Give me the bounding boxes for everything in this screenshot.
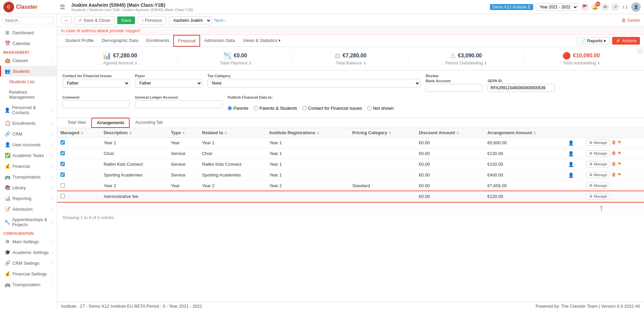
flag-row-button[interactable]: ⚑ [617,161,622,166]
delete-row-button[interactable]: 🗑 [611,161,616,166]
managed-checkbox[interactable] [60,162,65,166]
hamburger-icon[interactable]: ☰ [60,3,65,11]
sidebar-item-academic-settings[interactable]: 🎓 Academic Settings › [0,247,57,258]
manage-button[interactable]: ⚙ Manage [586,193,610,200]
tab-student-profile[interactable]: Student Profile [61,35,98,46]
manage-button[interactable]: ⚙ Manage [586,140,610,146]
sidebar-item-transportation[interactable]: 🚌 Transportation › [0,171,57,182]
transportation-icon: 🚌 [4,174,10,179]
radio-parents-input[interactable] [228,106,232,110]
sub-tab-arrangements[interactable]: Arrangements [91,118,129,128]
radio-parents[interactable]: Parents [228,106,248,111]
related-cell: Year 2 [199,180,266,191]
managed-checkbox[interactable] [60,172,65,177]
flag-row-button[interactable]: ⚑ [617,151,622,156]
outstanding-label: Total outstanding ℹ [528,60,635,65]
sidebar-item-dashboard[interactable]: ⊞ Dashboard [0,27,57,38]
payer-select[interactable]: Father [135,79,202,88]
save-close-button[interactable]: ✓ Save & Close [74,16,114,24]
manage-button[interactable]: ⚙ Manage [586,183,610,189]
col-related: Related to ⇅ [199,128,266,138]
manage-button[interactable]: ⚙ Manage [586,150,610,157]
next-button[interactable]: Next › [214,18,226,23]
student-name-select[interactable]: Aasheim Joakim [169,16,212,24]
outstanding-icon: 🔴 [562,52,571,60]
radio-not-shown-input[interactable] [367,106,372,110]
alert-text: In case of asthma attack provide oxygen! [61,28,140,33]
delete-button[interactable]: 🗑 Delete [622,18,640,23]
managed-checkbox[interactable] [60,183,65,188]
description-cell: Administrative fee [100,191,168,202]
sidebar-item-students-list[interactable]: Students List [0,76,57,87]
comment-input[interactable] [62,100,130,108]
save-button[interactable]: Save [117,16,135,24]
radio-parents-students-input[interactable] [254,106,258,110]
sidebar-item-financial[interactable]: 💰 Financial › [0,161,57,171]
delete-row-button[interactable]: 🗑 [611,172,616,177]
mail-icon[interactable]: ✉ [601,3,609,11]
bank-input[interactable] [426,84,482,92]
reports-button[interactable]: 📄 Reports ▾ [577,37,610,45]
sub-tab-accounting[interactable]: Accounting Tab [130,118,168,128]
tab-views[interactable]: Views & Statistics ▾ [239,35,285,46]
add-user-button[interactable]: 👤 [568,151,574,156]
sidebar-item-admission[interactable]: 📝 Admission › [0,204,57,214]
sidebar-item-apprenticeships[interactable]: 🔧 Apprenticeships & Projects › [0,214,57,230]
general-ledger-input[interactable] [135,100,222,108]
sidebar-item-enrollments[interactable]: 📋 Enrollments › [0,118,57,128]
radio-parents-students[interactable]: Parents & Students [254,106,297,111]
sidebar-item-crm[interactable]: 🔗 CRM › [0,128,57,139]
sidebar-item-reporting[interactable]: 📊 Reporting › [0,193,57,204]
add-user-button[interactable]: 👤 [568,140,574,146]
tab-financial[interactable]: Financial [173,35,200,47]
radio-contact-input[interactable] [303,106,307,110]
year-select[interactable]: Year 2021 - 2022 [536,3,578,11]
radio-not-shown[interactable]: Not shown [367,106,394,111]
sidebar-item-classes[interactable]: 🏫 Classes › [0,55,57,66]
previous-button[interactable]: ‹ Previous [138,16,166,24]
sidebar-item-transportation-config[interactable]: 🚌 Transportation › [0,279,57,290]
sidebar-item-user-accounts[interactable]: 👤 User Accounts › [0,139,57,150]
actions-button[interactable]: ⚡ Actions [612,37,640,45]
row-actions-cell: ⚙ Manage 🗑 ⚑ [583,138,644,148]
sidebar-item-personnel[interactable]: 👤 Personnel & Contacts › [0,102,57,118]
search-input[interactable] [3,17,54,24]
sidebar-item-relatives[interactable]: Relatives Management [0,87,57,102]
add-user-button[interactable]: 👤 [568,172,574,178]
tab-admission[interactable]: Admission Data [200,35,239,46]
sidebar-item-main-settings[interactable]: ⚙ Main Settings › [0,236,57,247]
notification-icon[interactable]: 🔔46 [591,3,599,11]
flag-row-button[interactable]: ⚑ [617,172,622,177]
user-action-cell [565,191,583,202]
managed-checkbox[interactable] [60,194,65,198]
managed-checkbox[interactable] [60,140,65,145]
expand-button[interactable]: ↕ [637,48,643,54]
add-user-button[interactable]: 👤 [568,162,574,167]
sepa-input[interactable] [488,84,555,92]
description-cell: Rallim Kids Connect [100,159,168,170]
tax-select[interactable]: None [208,79,420,88]
sidebar-item-students[interactable]: 👥 Students › [0,66,57,76]
managed-checkbox[interactable] [60,151,65,155]
manage-button[interactable]: ⚙ Manage [586,172,610,178]
manage-button[interactable]: ⚙ Manage [586,161,610,167]
delete-row-button[interactable]: 🗑 [611,140,616,145]
avatar[interactable]: 👤 [631,2,641,12]
sidebar-item-academic-tasks[interactable]: ✅ Academic Tasks › [0,150,57,161]
contact-select[interactable]: Father [62,79,130,88]
radio-contact[interactable]: Contact for Financial Issues [303,106,362,111]
flag-row-button[interactable]: ⚑ [617,140,622,145]
share-icon[interactable]: ↗ [611,3,619,11]
flag-icon[interactable]: 🚩 [581,3,589,11]
tab-demographic[interactable]: Demographic Data [98,35,142,46]
sidebar-label: Dashboard [12,30,34,35]
sidebar-item-calendar[interactable]: 📅 Calendar [0,38,57,49]
back-button[interactable]: ← [61,16,72,24]
amount-cell: €400.00 [484,170,565,180]
sidebar-item-financial-settings[interactable]: 💰 Financial Settings › [0,268,57,279]
sub-tab-total-view[interactable]: Total View [62,118,91,128]
sidebar-item-library[interactable]: 📚 Library › [0,182,57,193]
tab-enrollments[interactable]: Enrollments [142,35,174,46]
sidebar-item-crm-settings[interactable]: 🔗 CRM Settings › [0,258,57,268]
delete-row-button[interactable]: 🗑 [611,150,616,156]
